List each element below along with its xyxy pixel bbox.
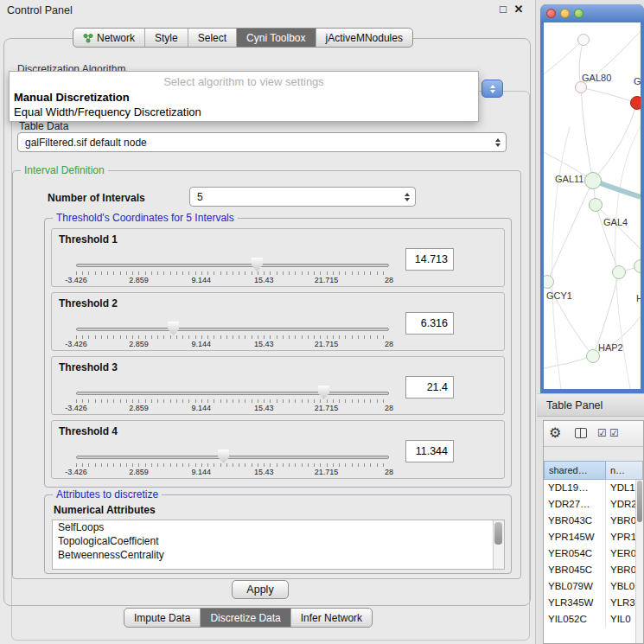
- network-canvas[interactable]: GAL80GAGAL11GAL4GCY1HAP2H: [544, 22, 641, 389]
- threshold-value-field[interactable]: 14.713: [405, 248, 454, 271]
- list-scrollbar-thumb[interactable]: [494, 522, 502, 545]
- table-row[interactable]: YBR043CYBR0: [544, 513, 643, 529]
- table-cell: YBR043C: [544, 513, 606, 529]
- traffic-close-button[interactable]: [546, 9, 556, 18]
- attribute-item[interactable]: BetweennessCentrality: [53, 548, 504, 562]
- table-row[interactable]: YLR345WYLR3: [544, 595, 643, 611]
- network-node-label: HAP2: [598, 342, 623, 353]
- close-icon[interactable]: ✕: [512, 3, 526, 16]
- threshold-slider[interactable]: -3.4262.8599.14415.4321.71528: [76, 449, 389, 478]
- traffic-minimize-button[interactable]: [560, 9, 570, 18]
- tab-infer-network[interactable]: Infer Network: [290, 609, 372, 627]
- scale-tick-label: 2.859: [129, 404, 149, 412]
- attribute-item[interactable]: TopologicalCoefficient: [53, 534, 504, 548]
- table-row[interactable]: YBL079WYBL0: [544, 578, 643, 595]
- tab-label: Cyni Toolbox: [246, 32, 305, 44]
- list-scrollbar[interactable]: [493, 520, 504, 569]
- network-node[interactable]: [630, 96, 641, 110]
- select-column-icon[interactable]: ☑: [609, 427, 619, 439]
- tab-label: Network: [97, 32, 135, 44]
- algorithm-combobox-stepper[interactable]: [481, 80, 503, 98]
- numerical-attributes-listbox: SelfLoopsTopologicalCoefficientBetweenne…: [52, 520, 505, 570]
- table-scrollbar[interactable]: [635, 480, 643, 643]
- attribute-item[interactable]: SelfLoops: [53, 520, 504, 534]
- scale-tick-label: 21.715: [315, 404, 339, 412]
- scale-tick-label: 2.859: [129, 340, 149, 348]
- table-data-combobox[interactable]: galFiltered.sif default node: [17, 132, 507, 152]
- table-row[interactable]: YER054CYER0: [544, 545, 643, 562]
- table-cell: YIL052C: [544, 611, 606, 628]
- attributes-group: Attributes to discretize Numerical Attri…: [44, 494, 512, 574]
- tab-jactivemnodules[interactable]: jActiveMNodules: [316, 29, 412, 47]
- slider-thumb[interactable]: [168, 322, 179, 335]
- scale-tick-label: 21.715: [315, 340, 339, 348]
- combobox-stepper-icon[interactable]: [495, 138, 501, 147]
- numerical-attributes-list: SelfLoopsTopologicalCoefficientBetweenne…: [53, 520, 504, 562]
- tab-discretize-data[interactable]: Discretize Data: [200, 609, 290, 627]
- network-node-label: GAL80: [582, 73, 611, 83]
- interval-definition-title: Interval Definition: [21, 164, 108, 176]
- slider-track[interactable]: [76, 328, 389, 331]
- network-node[interactable]: [612, 265, 626, 279]
- select-all-icon[interactable]: ☑: [597, 427, 607, 439]
- table-row[interactable]: YDR27…YDR2: [544, 496, 643, 513]
- column-header-name[interactable]: n…: [606, 461, 643, 480]
- scale-tick-label: 2.859: [129, 468, 149, 476]
- slider-track[interactable]: [76, 264, 389, 267]
- network-node[interactable]: [577, 34, 590, 46]
- slider-scale: -3.4262.8599.14415.4321.71528: [76, 340, 389, 349]
- columns-icon[interactable]: [575, 428, 587, 438]
- slider-scale: -3.4262.8599.14415.4321.71528: [76, 468, 389, 477]
- table-cell: YLR345W: [544, 595, 606, 611]
- tab-network[interactable]: Network: [73, 29, 144, 47]
- apply-button[interactable]: Apply: [232, 580, 289, 599]
- scale-tick-label: 9.144: [192, 340, 212, 348]
- table-panel-header: Table Panel: [537, 393, 644, 417]
- gear-icon[interactable]: ⚙: [549, 424, 561, 441]
- slider-thumb[interactable]: [318, 386, 329, 399]
- table-scrollbar-thumb[interactable]: [637, 481, 642, 522]
- table-row[interactable]: YIL052CYIL0: [544, 611, 643, 628]
- tab-label: jActiveMNodules: [326, 32, 403, 44]
- slider-track[interactable]: [76, 456, 389, 459]
- threshold-value-field[interactable]: 6.316: [405, 312, 454, 335]
- table-row[interactable]: YDL19…YDL1: [544, 480, 643, 496]
- threshold-box: Threshold 3 -3.4262.8599.14415.4321.7152…: [51, 356, 505, 415]
- threshold-value-field[interactable]: 21.4: [405, 376, 454, 399]
- combobox-stepper-icon[interactable]: [405, 193, 410, 201]
- threshold-slider[interactable]: -3.4262.8599.14415.4321.71528: [76, 321, 389, 350]
- tab-select[interactable]: Select: [188, 29, 236, 47]
- number-of-intervals-combobox[interactable]: 5: [189, 187, 416, 207]
- float-window-icon[interactable]: □: [496, 3, 510, 16]
- threshold-coordinates-title: Threshold's Coordinates for 5 Intervals: [53, 212, 238, 224]
- slider-thumb[interactable]: [252, 258, 263, 271]
- table-row[interactable]: YBR045CYBR0: [544, 562, 643, 578]
- scale-tick-label: -3.426: [65, 404, 87, 412]
- threshold-value-field[interactable]: 11.344: [405, 440, 454, 462]
- threshold-label: Threshold 2: [59, 297, 118, 309]
- threshold-slider[interactable]: -3.4262.8599.14415.4321.71528: [76, 257, 389, 286]
- algorithm-dropdown-popup: Select algorithm to view settings Manual…: [9, 71, 479, 122]
- slider-thumb[interactable]: [218, 450, 229, 463]
- algorithm-option[interactable]: Manual Discretization: [10, 90, 478, 105]
- scale-tick-label: 28: [385, 468, 393, 476]
- network-node[interactable]: [584, 172, 602, 189]
- tab-label: Infer Network: [301, 612, 362, 624]
- column-header-shared-name[interactable]: shared…: [544, 461, 606, 480]
- network-node[interactable]: [589, 198, 603, 212]
- network-window-titlebar[interactable]: [540, 4, 644, 22]
- tab-cyni-toolbox[interactable]: Cyni Toolbox: [236, 29, 315, 47]
- network-node[interactable]: [575, 81, 587, 93]
- algorithm-prompt-item[interactable]: Select algorithm to view settings: [10, 73, 478, 90]
- threshold-slider[interactable]: -3.4262.8599.14415.4321.71528: [76, 385, 389, 414]
- tab-style[interactable]: Style: [144, 29, 188, 47]
- numerical-attributes-label: Numerical Attributes: [54, 504, 156, 516]
- tab-label: Select: [198, 32, 226, 44]
- algorithm-option[interactable]: Equal Width/Frequency Discretization: [10, 105, 478, 119]
- scale-tick-label: 2.859: [129, 276, 149, 284]
- tab-impute-data[interactable]: Impute Data: [124, 609, 200, 627]
- table-row[interactable]: YPR145WYPR1: [544, 529, 643, 545]
- slider-track[interactable]: [76, 392, 389, 395]
- stepper-down-icon: [490, 90, 495, 93]
- traffic-zoom-button[interactable]: [574, 9, 583, 18]
